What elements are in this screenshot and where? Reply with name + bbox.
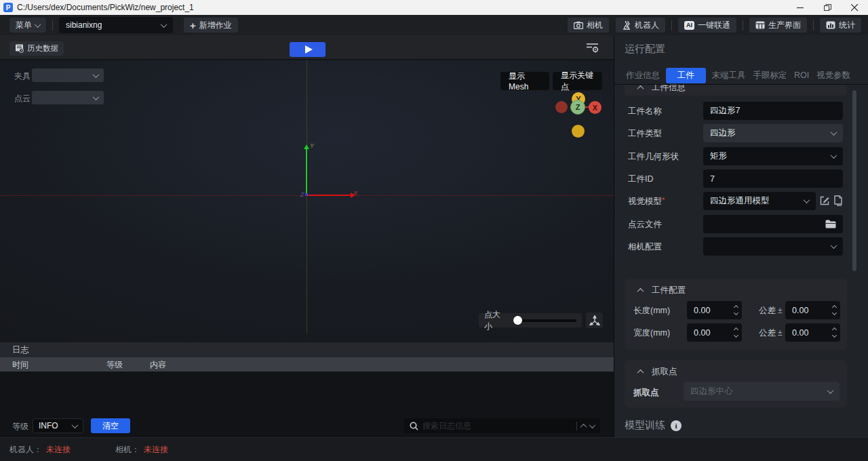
tab-job-info[interactable]: 作业信息 bbox=[625, 70, 661, 81]
job-select-value: sibianixng bbox=[66, 20, 102, 30]
log-col-content: 内容 bbox=[150, 359, 166, 371]
add-job-button[interactable]: + 新增作业 bbox=[184, 18, 238, 33]
statusbar: 机器人： 未连接 相机： 未连接 bbox=[0, 437, 868, 461]
gizmo-neg-y-ball[interactable] bbox=[572, 125, 585, 138]
section-grasp-point-header[interactable]: 抓取点 bbox=[638, 366, 677, 378]
edit-icon[interactable] bbox=[819, 195, 830, 208]
workpiece-type-select[interactable]: 四边形 bbox=[703, 124, 843, 142]
width-tolerance-spinbox[interactable]: 0.00 bbox=[785, 323, 840, 342]
display-settings-icon[interactable] bbox=[586, 41, 599, 55]
tab-roi[interactable]: ROI bbox=[793, 71, 810, 80]
gizmo-x-ball[interactable]: X bbox=[589, 101, 601, 114]
config-tabs: 作业信息 工件 末端工具 手眼标定 ROI 视觉参数 bbox=[625, 67, 852, 83]
log-col-level: 等级 bbox=[106, 359, 123, 371]
stats-button[interactable]: 统计 bbox=[820, 18, 861, 33]
length-spinbox[interactable]: 0.00 bbox=[687, 301, 742, 319]
log-col-time: 时间 bbox=[12, 359, 28, 371]
pointcloud-file-label: 点云文件 bbox=[628, 219, 662, 230]
workpiece-id-input[interactable] bbox=[703, 169, 843, 188]
grasp-point-select[interactable]: 四边形中心 bbox=[684, 382, 840, 401]
tab-end-tool[interactable]: 末端工具 bbox=[711, 70, 747, 81]
vision-model-label: 视觉模型* bbox=[628, 196, 665, 207]
chevron-down-icon bbox=[72, 422, 79, 428]
copy-icon[interactable] bbox=[833, 195, 843, 208]
gizmo-neg-x-ball[interactable] bbox=[555, 101, 568, 113]
grasp-point-label: 抓取点 bbox=[633, 387, 659, 399]
model-training-label: 模型训练 bbox=[625, 419, 665, 432]
camera-button[interactable]: 相机 bbox=[568, 18, 609, 33]
stats-icon bbox=[826, 21, 835, 29]
spinner-arrows-icon[interactable] bbox=[833, 306, 836, 315]
camera-status-value: 未连接 bbox=[144, 444, 168, 456]
main-toolbar: 菜单 sibianixng + 新增作业 相机 机器人 AI 一键联通 bbox=[0, 15, 868, 35]
pointcloud-select[interactable] bbox=[32, 91, 104, 104]
camera-config-select[interactable] bbox=[703, 237, 843, 256]
window-title: C:/Users/dex/Documents/PickWiz/new_proje… bbox=[17, 3, 194, 12]
info-icon[interactable]: i bbox=[671, 420, 682, 431]
workpiece-name-input[interactable] bbox=[703, 102, 843, 120]
log-level-label: 等级 bbox=[12, 421, 28, 433]
width-spinbox[interactable]: 0.00 bbox=[687, 323, 742, 342]
section-workpiece-info[interactable]: 工件信息 bbox=[625, 85, 847, 96]
workpiece-shape-select[interactable]: 矩形 bbox=[703, 147, 843, 165]
robot-status-label: 机器人： bbox=[9, 444, 42, 456]
camera-icon bbox=[574, 21, 583, 29]
vision-model-select[interactable]: 四边形通用模型 bbox=[703, 192, 816, 210]
3d-viewport[interactable]: Y X Z 夹具 点云 显示Mesh 显示关键点 Y X Z bbox=[0, 60, 614, 342]
log-level-select[interactable]: INFO bbox=[33, 418, 83, 433]
close-icon[interactable] bbox=[841, 0, 868, 15]
point-size-slider-knob[interactable] bbox=[513, 316, 522, 325]
spinner-arrows-icon[interactable] bbox=[833, 328, 836, 337]
play-button[interactable] bbox=[290, 42, 326, 57]
history-data-button[interactable]: 历史数据 bbox=[9, 41, 64, 56]
point-size-label: 点大小 bbox=[484, 309, 508, 332]
log-search-input[interactable] bbox=[422, 421, 572, 430]
chevron-down-icon bbox=[827, 387, 834, 394]
workpiece-shape-label: 工件几何形状 bbox=[628, 151, 679, 163]
robot-label: 机器人 bbox=[635, 20, 659, 31]
menu-button[interactable]: 菜单 bbox=[9, 18, 46, 33]
width-tolerance-value: 0.00 bbox=[792, 328, 808, 338]
model-training-link[interactable]: 模型训练 i bbox=[625, 419, 682, 432]
job-select[interactable]: sibianixng bbox=[59, 17, 173, 33]
titlebar: P C:/Users/dex/Documents/PickWiz/new_pro… bbox=[0, 0, 868, 15]
spinner-arrows-icon[interactable] bbox=[734, 328, 738, 337]
production-button[interactable]: 生产界面 bbox=[749, 18, 807, 33]
section-title: 工件配置 bbox=[652, 285, 686, 296]
history-data-label: 历史数据 bbox=[27, 43, 58, 54]
minimize-icon[interactable] bbox=[787, 0, 814, 15]
panel-scrollbar[interactable] bbox=[852, 90, 856, 271]
gizmo-z-ball[interactable]: Z bbox=[570, 100, 585, 115]
pointcloud-file-input[interactable] bbox=[703, 215, 843, 233]
orientation-gizmo[interactable]: Y X Z bbox=[553, 91, 606, 141]
show-keypoints-button[interactable]: 显示关键点 bbox=[553, 72, 602, 90]
vision-model-value: 四边形通用模型 bbox=[710, 195, 770, 207]
chevron-down-icon bbox=[93, 94, 100, 100]
point-size-panel: 点大小 bbox=[479, 313, 582, 327]
fixture-select[interactable] bbox=[32, 68, 104, 82]
section-workpiece-config-header[interactable]: 工件配置 bbox=[638, 285, 686, 296]
width-label: 宽度(mm) bbox=[633, 327, 670, 339]
spinner-arrows-icon[interactable] bbox=[734, 306, 738, 315]
tab-workpiece[interactable]: 工件 bbox=[666, 68, 706, 83]
restore-icon[interactable] bbox=[814, 0, 841, 15]
chevron-up-icon[interactable] bbox=[580, 423, 587, 430]
robot-status-value: 未连接 bbox=[46, 444, 71, 456]
point-size-slider[interactable] bbox=[513, 319, 576, 322]
section-grasp-point: 抓取点 抓取点 四边形中心 bbox=[625, 360, 847, 407]
clear-log-button[interactable]: 清空 bbox=[91, 418, 130, 433]
pointcloud-label: 点云 bbox=[14, 93, 31, 104]
show-mesh-button[interactable]: 显示Mesh bbox=[500, 72, 549, 90]
search-divider bbox=[576, 422, 577, 430]
show-axes-button[interactable] bbox=[586, 313, 603, 328]
history-data-icon bbox=[15, 44, 24, 53]
folder-icon[interactable] bbox=[825, 220, 836, 228]
chevron-down-icon[interactable] bbox=[589, 422, 596, 428]
tab-vision-params[interactable]: 视觉参数 bbox=[815, 70, 852, 81]
robot-button[interactable]: 机器人 bbox=[616, 18, 665, 33]
tab-hand-eye-calibration[interactable]: 手眼标定 bbox=[751, 70, 788, 81]
chevron-up-icon bbox=[637, 85, 644, 92]
one-key-connect-button[interactable]: AI 一键联通 bbox=[678, 18, 736, 33]
workpiece-type-value: 四边形 bbox=[710, 127, 736, 139]
length-tolerance-spinbox[interactable]: 0.00 bbox=[785, 301, 840, 319]
